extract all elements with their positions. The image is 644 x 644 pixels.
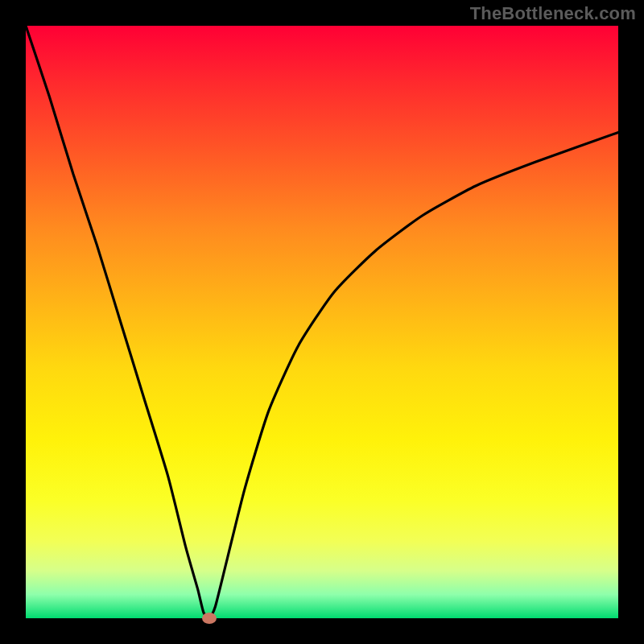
plot-area [26,26,618,618]
bottleneck-curve [26,26,618,618]
watermark-text: TheBottleneck.com [470,3,636,24]
optimal-point-marker [202,613,217,624]
chart-frame: TheBottleneck.com [0,0,644,644]
